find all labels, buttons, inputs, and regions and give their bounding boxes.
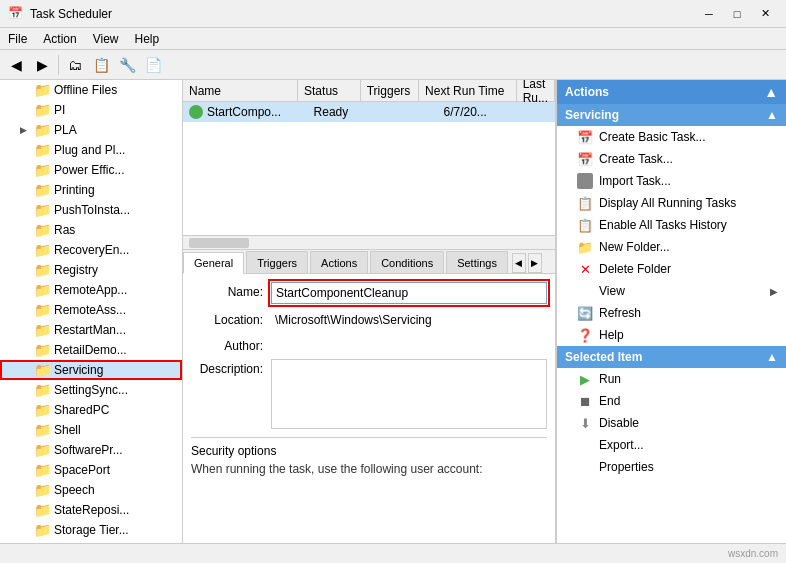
action-enable-history[interactable]: 📋 Enable All Tasks History: [557, 214, 786, 236]
title-bar: 📅 Task Scheduler ─ □ ✕: [0, 0, 786, 28]
folder-icon: 📁: [34, 342, 50, 358]
tree-item-offline-files[interactable]: 📁 Offline Files: [0, 80, 182, 100]
tree-item-label: PushToInsta...: [54, 203, 130, 217]
description-textarea[interactable]: [271, 359, 547, 429]
tree-item-label: RemoteAss...: [54, 303, 126, 317]
tab-settings[interactable]: Settings: [446, 251, 508, 273]
tree-item-staterepository[interactable]: 📁 StateReposi...: [0, 500, 182, 520]
tree-item-storagetier[interactable]: 📁 Storage Tier...: [0, 520, 182, 540]
servicing-section-label: Servicing: [565, 108, 619, 122]
horizontal-scrollbar[interactable]: [183, 235, 555, 249]
tree-item-recoveryenv[interactable]: 📁 RecoveryEn...: [0, 240, 182, 260]
menu-file[interactable]: File: [0, 30, 35, 48]
tab-triggers[interactable]: Triggers: [246, 251, 308, 273]
menu-view[interactable]: View: [85, 30, 127, 48]
tree-item-remoteassistance[interactable]: 📁 RemoteAss...: [0, 300, 182, 320]
tree-item-ras[interactable]: 📁 Ras: [0, 220, 182, 240]
toolbar-separator-1: [58, 55, 59, 75]
action-new-folder[interactable]: 📁 New Folder...: [557, 236, 786, 258]
action-view[interactable]: View ▶: [557, 280, 786, 302]
left-panel-tree[interactable]: 📁 Offline Files 📁 PI ▶ 📁 PLA 📁 Plug and …: [0, 80, 183, 543]
name-input[interactable]: [271, 282, 547, 304]
action-help[interactable]: ❓ Help: [557, 324, 786, 346]
toolbar-folder[interactable]: 🗂: [63, 53, 87, 77]
tree-item-pushtoinstall[interactable]: 📁 PushToInsta...: [0, 200, 182, 220]
action-import-task[interactable]: Import Task...: [557, 170, 786, 192]
tree-item-pla[interactable]: ▶ 📁 PLA: [0, 120, 182, 140]
tree-item-power-efficiency[interactable]: 📁 Power Effic...: [0, 160, 182, 180]
toolbar-clipboard[interactable]: 📋: [89, 53, 113, 77]
actions-section-servicing-header: Servicing ▲: [557, 104, 786, 126]
tree-item-label: SoftwarePr...: [54, 443, 123, 457]
tree-item-softwareprovider[interactable]: 📁 SoftwarePr...: [0, 440, 182, 460]
tree-item-label: RemoteApp...: [54, 283, 127, 297]
actions-section-selected-header: Selected Item ▲: [557, 346, 786, 368]
tree-item-spaceport[interactable]: 📁 SpacePort: [0, 460, 182, 480]
folder-icon: 📁: [34, 282, 50, 298]
tab-nav-left[interactable]: ◀: [512, 253, 526, 273]
action-display-running[interactable]: 📋 Display All Running Tasks: [557, 192, 786, 214]
tree-item-servicing[interactable]: 📁 Servicing: [0, 360, 182, 380]
tree-item-restartmanager[interactable]: 📁 RestartMan...: [0, 320, 182, 340]
col-header-next-run[interactable]: Next Run Time: [419, 80, 517, 101]
description-row: Description:: [191, 359, 547, 429]
tree-item-shell[interactable]: 📁 Shell: [0, 420, 182, 440]
tree-item-settingsync[interactable]: 📁 SettingSync...: [0, 380, 182, 400]
tree-item-label: Ras: [54, 223, 75, 237]
folder-icon: 📁: [34, 102, 50, 118]
col-header-status[interactable]: Status: [298, 80, 361, 101]
tree-item-label: Servicing: [54, 363, 103, 377]
folder-icon: 📁: [34, 242, 50, 258]
folder-icon: 📁: [34, 122, 50, 138]
tree-item-retaildemo[interactable]: 📁 RetailDemo...: [0, 340, 182, 360]
tab-general[interactable]: General: [183, 252, 244, 274]
tree-item-plug-and-play[interactable]: 📁 Plug and Pl...: [0, 140, 182, 160]
tree-item-pi[interactable]: 📁 PI: [0, 100, 182, 120]
action-label: Refresh: [599, 306, 641, 320]
tree-item-sharedpc[interactable]: 📁 SharedPC: [0, 400, 182, 420]
toolbar-doc[interactable]: 📄: [141, 53, 165, 77]
tree-item-label: RecoveryEn...: [54, 243, 129, 257]
tree-item-label: Plug and Pl...: [54, 143, 125, 157]
minimize-button[interactable]: ─: [696, 4, 722, 24]
maximize-button[interactable]: □: [724, 4, 750, 24]
action-properties[interactable]: Properties: [557, 456, 786, 478]
folder-icon: 📁: [34, 322, 50, 338]
tab-nav-right[interactable]: ▶: [528, 253, 542, 273]
menu-action[interactable]: Action: [35, 30, 84, 48]
col-header-name[interactable]: Name: [183, 80, 298, 101]
tree-item-speech[interactable]: 📁 Speech: [0, 480, 182, 500]
action-export[interactable]: Export...: [557, 434, 786, 456]
toolbar: ◀ ▶ 🗂 📋 🔧 📄: [0, 50, 786, 80]
tree-item-registry[interactable]: 📁 Registry: [0, 260, 182, 280]
selected-section-toggle[interactable]: ▲: [766, 350, 778, 364]
action-refresh[interactable]: 🔄 Refresh: [557, 302, 786, 324]
folder-icon: 📁: [34, 202, 50, 218]
toolbar-forward[interactable]: ▶: [30, 53, 54, 77]
action-create-basic-task[interactable]: 📅 Create Basic Task...: [557, 126, 786, 148]
tree-item-remoteapp[interactable]: 📁 RemoteApp...: [0, 280, 182, 300]
col-header-last-run[interactable]: Last Ru...: [517, 80, 555, 101]
toolbar-back[interactable]: ◀: [4, 53, 28, 77]
close-button[interactable]: ✕: [752, 4, 778, 24]
delete-folder-icon: ✕: [577, 261, 593, 277]
action-label: Help: [599, 328, 624, 342]
folder-icon: 📁: [34, 182, 50, 198]
status-bar: wsxdn.com: [0, 543, 786, 563]
col-header-triggers[interactable]: Triggers: [361, 80, 419, 101]
task-row[interactable]: StartCompo... Ready 6/7/20...: [183, 102, 555, 122]
tab-actions[interactable]: Actions: [310, 251, 368, 273]
action-create-task[interactable]: 📅 Create Task...: [557, 148, 786, 170]
action-run[interactable]: ▶ Run: [557, 368, 786, 390]
servicing-section-toggle[interactable]: ▲: [766, 108, 778, 122]
toolbar-settings[interactable]: 🔧: [115, 53, 139, 77]
tree-item-subscription[interactable]: 📁 Subscriptio...: [0, 540, 182, 543]
tree-item-printing[interactable]: 📁 Printing: [0, 180, 182, 200]
tab-conditions[interactable]: Conditions: [370, 251, 444, 273]
actions-collapse-button[interactable]: ▲: [764, 84, 778, 100]
scrollbar-thumb: [189, 238, 249, 248]
action-end[interactable]: ⏹ End: [557, 390, 786, 412]
action-disable[interactable]: ⬇ Disable: [557, 412, 786, 434]
menu-help[interactable]: Help: [127, 30, 168, 48]
action-delete-folder[interactable]: ✕ Delete Folder: [557, 258, 786, 280]
